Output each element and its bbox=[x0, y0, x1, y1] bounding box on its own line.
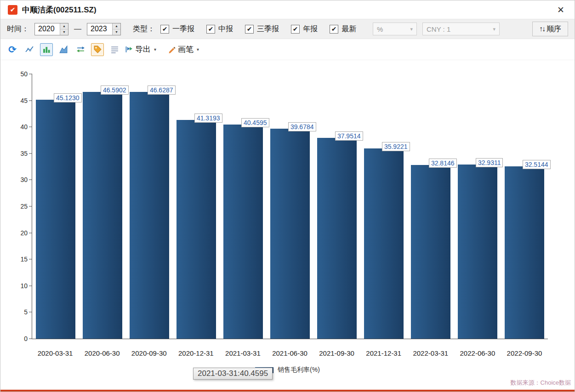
order-button-label: 顺序 bbox=[547, 24, 561, 34]
data-label-button[interactable] bbox=[91, 43, 104, 56]
bar-2021-06-30[interactable] bbox=[270, 129, 310, 339]
checkbox-interim-report[interactable]: ✔ 中报 bbox=[206, 24, 233, 34]
y-axis-label: 5 bbox=[24, 308, 28, 316]
bar-value-label: 32.8146 bbox=[429, 159, 457, 168]
year-to-spinner[interactable]: 2023 ▲ ▼ bbox=[87, 23, 121, 35]
order-button[interactable]: ↑↓ 顺序 bbox=[532, 22, 568, 36]
bar-chart-icon bbox=[42, 45, 51, 54]
line-chart-button[interactable] bbox=[23, 43, 36, 56]
check-icon: ✔ bbox=[162, 25, 168, 33]
y-axis-label: 45 bbox=[20, 97, 28, 104]
percent-select-value: % bbox=[377, 25, 383, 33]
year-from-value[interactable]: 2020 bbox=[35, 23, 60, 35]
y-axis-label: 15 bbox=[20, 256, 28, 263]
checkbox-q3-report[interactable]: ✔ 三季报 bbox=[245, 24, 279, 34]
window-title: 中顺洁柔(002511.SZ) bbox=[22, 5, 97, 15]
bar-2020-03-31[interactable] bbox=[36, 100, 75, 339]
bar-value-label: 32.9311 bbox=[476, 158, 503, 167]
chart-legend[interactable]: 销售毛利率(%) bbox=[0, 366, 575, 374]
x-axis-labels: 2020-03-312020-06-302020-09-302020-12-31… bbox=[32, 349, 548, 360]
bar-2022-09-30[interactable] bbox=[505, 166, 544, 339]
bar-value-label: 45.1230 bbox=[54, 93, 82, 102]
window-accent-line bbox=[0, 390, 575, 392]
data-source-text: 数据来源：Choice数据 bbox=[511, 379, 571, 387]
currency-select-value: CNY : 1 bbox=[427, 25, 450, 33]
bar-2022-03-31[interactable] bbox=[411, 165, 450, 339]
year-range-dash: — bbox=[74, 25, 81, 33]
bar-chart-button[interactable] bbox=[40, 43, 53, 56]
chart-area: 45.123046.590246.628741.319340.459539.67… bbox=[0, 61, 575, 390]
refresh-button[interactable]: ⟳ bbox=[6, 43, 19, 56]
bar-value-label: 37.9514 bbox=[335, 131, 363, 141]
filter-toolbar: 时间： 2020 ▲ ▼ — 2023 ▲ ▼ 类型： ✔ 一季报 ✔ 中报 ✔ bbox=[0, 19, 575, 39]
title-checkbox[interactable]: ✔ bbox=[8, 5, 17, 15]
y-axis-tick bbox=[29, 180, 32, 180]
legend-label: 销售毛利率(%) bbox=[278, 366, 320, 374]
bar-value-label: 46.5902 bbox=[101, 85, 129, 95]
chevron-down-icon: ▾ bbox=[410, 26, 413, 32]
bar-value-label: 35.9221 bbox=[382, 142, 410, 151]
chevron-down-icon: ▾ bbox=[197, 47, 199, 52]
x-axis-label: 2020-06-30 bbox=[79, 349, 125, 360]
y-axis-tick bbox=[29, 74, 32, 74]
check-icon: ✔ bbox=[293, 25, 298, 33]
bar-value-label: 39.6784 bbox=[288, 122, 316, 131]
chart-toolbar: ⟳ bbox=[0, 39, 575, 60]
checkbox-q1-box: ✔ bbox=[160, 25, 169, 34]
y-axis-label: 25 bbox=[20, 203, 28, 210]
y-axis-label: 35 bbox=[20, 150, 28, 157]
area-chart-button[interactable] bbox=[57, 43, 70, 56]
checkbox-q1-report[interactable]: ✔ 一季报 bbox=[160, 24, 194, 34]
swap-axis-button[interactable] bbox=[74, 43, 87, 56]
close-icon[interactable]: ✕ bbox=[554, 4, 567, 16]
y-axis-tick bbox=[29, 127, 32, 127]
data-list-button[interactable] bbox=[108, 43, 121, 56]
refresh-icon: ⟳ bbox=[8, 45, 17, 54]
y-axis-tick bbox=[29, 312, 32, 312]
export-button[interactable]: 导出 ▾ bbox=[125, 44, 156, 55]
bar-2020-12-31[interactable] bbox=[176, 120, 216, 339]
year-from-spin-buttons: ▲ ▼ bbox=[60, 23, 68, 35]
checkbox-q3-box: ✔ bbox=[245, 25, 254, 34]
bar-2020-06-30[interactable] bbox=[83, 92, 122, 339]
checkbox-annual-report[interactable]: ✔ 年报 bbox=[291, 24, 318, 34]
bar-2021-03-31[interactable] bbox=[223, 125, 263, 339]
y-axis-label: 30 bbox=[20, 176, 28, 183]
bar-2021-09-30[interactable] bbox=[317, 138, 357, 339]
chevron-down-icon: ▾ bbox=[493, 26, 495, 32]
order-arrows-icon: ↑↓ bbox=[539, 25, 545, 33]
bar-2020-09-30[interactable] bbox=[130, 92, 169, 339]
bar-value-label: 41.3193 bbox=[194, 114, 222, 123]
line-chart-icon bbox=[25, 45, 34, 54]
year-to-spin-buttons: ▲ ▼ bbox=[112, 23, 120, 35]
bar-2022-06-30[interactable] bbox=[458, 165, 497, 339]
x-axis-label: 2021-12-31 bbox=[360, 349, 407, 360]
y-axis-tick bbox=[29, 206, 32, 207]
brush-button[interactable]: 画笔 ▾ bbox=[168, 44, 199, 55]
year-to-value[interactable]: 2023 bbox=[87, 23, 112, 35]
checkbox-interim-box: ✔ bbox=[206, 25, 215, 34]
year-from-up-icon[interactable]: ▲ bbox=[60, 23, 68, 29]
y-axis-tick bbox=[29, 100, 32, 101]
currency-select[interactable]: CNY : 1 ▾ bbox=[422, 23, 500, 35]
pencil-icon bbox=[168, 45, 176, 53]
x-axis-label: 2022-09-30 bbox=[501, 349, 548, 360]
bar-2021-12-31[interactable] bbox=[364, 148, 404, 339]
checkbox-annual-label: 年报 bbox=[303, 24, 318, 34]
title-bar: ✔ 中顺洁柔(002511.SZ) ✕ bbox=[0, 0, 575, 19]
year-from-down-icon[interactable]: ▼ bbox=[60, 29, 68, 35]
y-axis-label: 0 bbox=[24, 335, 28, 342]
time-label: 时间： bbox=[7, 24, 29, 34]
area-chart-icon bbox=[59, 45, 68, 54]
y-axis-tick bbox=[29, 153, 32, 153]
export-label: 导出 bbox=[135, 44, 151, 55]
bar-value-label: 46.6287 bbox=[148, 85, 176, 95]
year-to-up-icon[interactable]: ▲ bbox=[113, 23, 120, 29]
checkbox-latest[interactable]: ✔ 最新 bbox=[330, 24, 356, 34]
percent-select[interactable]: % ▾ bbox=[373, 23, 417, 35]
checkbox-latest-box: ✔ bbox=[330, 25, 338, 34]
bar-value-label: 32.5144 bbox=[523, 160, 551, 169]
y-axis-label: 20 bbox=[20, 229, 28, 237]
year-to-down-icon[interactable]: ▼ bbox=[113, 29, 120, 35]
year-from-spinner[interactable]: 2020 ▲ ▼ bbox=[34, 23, 68, 35]
